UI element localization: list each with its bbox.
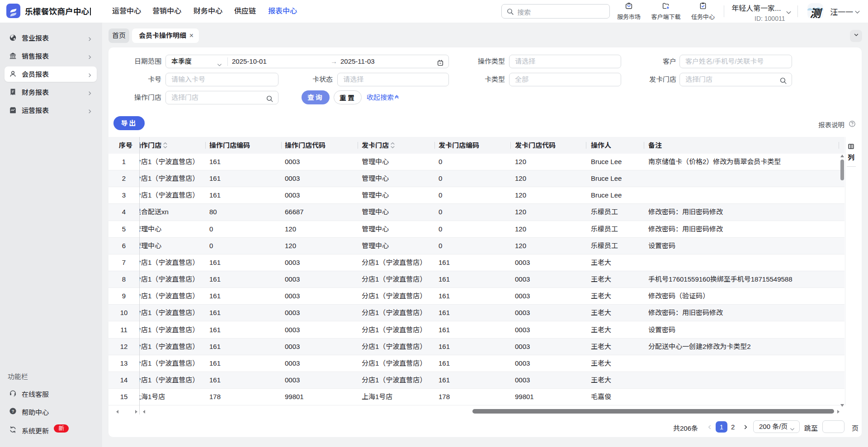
svg-text:?: ? bbox=[12, 409, 14, 414]
